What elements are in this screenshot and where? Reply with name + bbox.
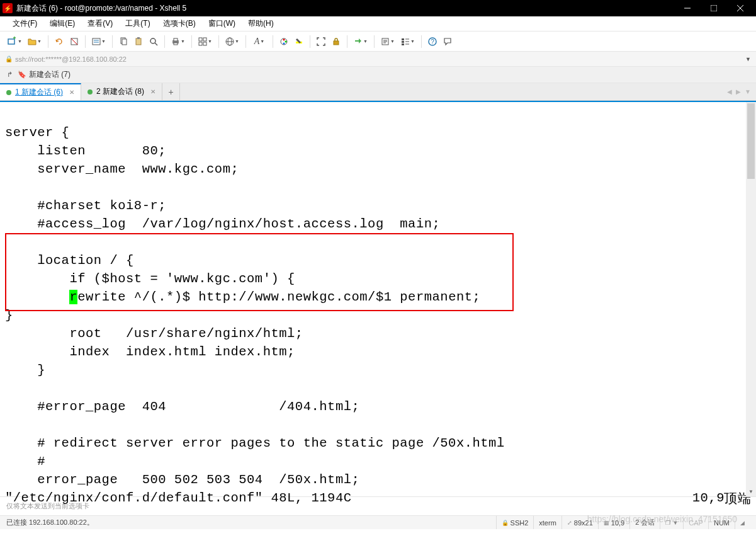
menu-edit[interactable]: 编辑(E)	[43, 17, 81, 30]
tab-session-1[interactable]: 1 新建会话 (6) ✕	[0, 83, 81, 100]
layout-button[interactable]: ▼	[196, 34, 215, 49]
tab-next-icon[interactable]: ▶	[736, 88, 741, 95]
svg-point-31	[283, 42, 285, 44]
close-tab-icon[interactable]: ✕	[69, 89, 74, 96]
app-icon: ⚡	[3, 3, 13, 13]
menu-window[interactable]: 窗口(W)	[202, 17, 242, 30]
svg-rect-21	[199, 38, 202, 41]
color-button[interactable]	[277, 34, 291, 49]
address-text[interactable]: ssh://root:******@192.168.100.80:22	[15, 55, 127, 63]
separator	[347, 35, 347, 48]
svg-rect-38	[402, 38, 404, 40]
separator	[164, 35, 165, 48]
cursor: r	[69, 290, 77, 304]
bookmark-icon[interactable]: 🔖	[16, 69, 28, 81]
separator	[48, 35, 48, 48]
separator	[374, 35, 375, 48]
open-button[interactable]: ▼	[25, 34, 44, 49]
menu-tools[interactable]: 工具(T)	[119, 17, 156, 30]
print-button[interactable]: ▼	[169, 34, 188, 49]
separator	[310, 35, 310, 48]
scroll-down-icon[interactable]: ▼	[746, 486, 756, 496]
terminal-line: index index.html index.htm;	[5, 345, 295, 359]
svg-rect-15	[137, 37, 140, 39]
close-button[interactable]	[727, 0, 753, 16]
terminal-line: error_page 500 502 503 504 /50x.html;	[5, 472, 359, 487]
terminal-line: if ($host = 'www.kgc.com') {	[5, 272, 295, 286]
menu-file[interactable]: 文件(F)	[6, 17, 43, 30]
toolbar: ▼ ▼ ▼ ▼ ▼ ▼ A▼ ▼ ▼ ▼ ?	[0, 31, 756, 52]
separator	[85, 35, 86, 48]
svg-rect-23	[199, 42, 202, 45]
add-tab-button[interactable]: +	[162, 83, 180, 100]
session-label[interactable]: 新建会话 (7)	[29, 69, 71, 80]
svg-rect-20	[174, 43, 178, 45]
svg-rect-22	[203, 38, 206, 41]
tab-label: 2 新建会话 (8)	[96, 86, 144, 97]
tab-session-2[interactable]: 2 新建会话 (8) ✕	[81, 83, 162, 100]
tab-label: 1 新建会话 (6)	[15, 87, 63, 98]
tab-prev-icon[interactable]: ◀	[727, 88, 732, 95]
lock-button[interactable]	[329, 34, 343, 49]
terminal-line: }	[5, 363, 45, 377]
vim-status-line: "/etc/nginx/conf.d/default.conf" 48L, 11…	[5, 491, 352, 505]
svg-line-8	[71, 38, 77, 45]
transfer-button[interactable]: ▼	[351, 34, 370, 49]
terminal-line: root /usr/share/nginx/html;	[5, 326, 303, 341]
separator	[191, 35, 192, 48]
window-controls	[674, 0, 753, 16]
fullscreen-button[interactable]	[314, 34, 328, 49]
address-dropdown[interactable]: ▼	[745, 56, 751, 62]
svg-rect-39	[402, 41, 404, 43]
find-button[interactable]	[147, 34, 161, 49]
svg-rect-40	[402, 43, 404, 45]
terminal-line: listen 80;	[5, 144, 166, 158]
new-session-button[interactable]: ▼	[5, 34, 24, 49]
menubar: 文件(F) 编辑(E) 查看(V) 工具(T) 选项卡(B) 窗口(W) 帮助(…	[0, 16, 756, 31]
disconnect-button[interactable]	[67, 34, 81, 49]
tab-nav: ◀ ▶ ▼	[722, 83, 756, 100]
maximize-button[interactable]	[701, 0, 727, 16]
copy-button[interactable]	[116, 34, 130, 49]
separator	[245, 35, 246, 48]
svg-rect-14	[136, 38, 141, 45]
svg-line-17	[155, 43, 157, 45]
menu-tab[interactable]: 选项卡(B)	[157, 17, 202, 30]
encoding-button[interactable]: ▼	[223, 34, 242, 49]
terminal-line: #access_log /var/log/nginx/host.access.l…	[5, 217, 440, 231]
terminal-line: location / {	[5, 253, 134, 268]
close-tab-icon[interactable]: ✕	[150, 88, 155, 95]
terminal-line: # redirect server error pages to the sta…	[5, 436, 505, 450]
vertical-scrollbar[interactable]: ▲ ▼	[746, 102, 756, 496]
terminal[interactable]: server { listen 80; server_name www.kgc.…	[0, 102, 756, 525]
minimize-button[interactable]	[674, 0, 701, 16]
window-title: 新建会话 (6) - root@promote:/var/named - Xsh…	[16, 3, 674, 14]
tab-menu-icon[interactable]: ▼	[745, 88, 751, 95]
terminal-line: rewrite ^/(.*)$ http://www.newkgc.com/$1…	[5, 290, 480, 304]
arrow-icon[interactable]: ↱	[4, 69, 15, 81]
scrollbar-thumb[interactable]	[747, 103, 755, 179]
reconnect-button[interactable]	[52, 34, 66, 49]
terminal-line: server {	[5, 125, 69, 140]
properties-button[interactable]: ▼	[89, 34, 108, 49]
menu-help[interactable]: 帮助(H)	[242, 17, 280, 30]
paste-button[interactable]	[132, 34, 145, 49]
chat-button[interactable]	[441, 34, 454, 49]
view-button[interactable]: ▼	[398, 34, 417, 49]
separator	[273, 35, 273, 48]
script-button[interactable]: ▼	[378, 34, 397, 49]
svg-rect-1	[711, 5, 717, 11]
separator	[112, 35, 113, 48]
svg-rect-33	[334, 41, 339, 45]
status-dot-icon	[6, 90, 11, 95]
vim-cursor-pos: 10,9	[692, 489, 725, 507]
terminal-line: server_name www.kgc.com;	[5, 162, 239, 176]
menu-view[interactable]: 查看(V)	[81, 17, 119, 30]
help-button[interactable]: ?	[426, 34, 439, 49]
svg-point-29	[283, 38, 285, 40]
addressbar: 🔒 ssh://root:******@192.168.100.80:22 ▼	[0, 52, 756, 67]
svg-rect-4	[8, 39, 14, 44]
svg-point-30	[285, 40, 287, 42]
font-button[interactable]: A▼	[250, 34, 269, 49]
highlight-button[interactable]	[292, 34, 306, 49]
